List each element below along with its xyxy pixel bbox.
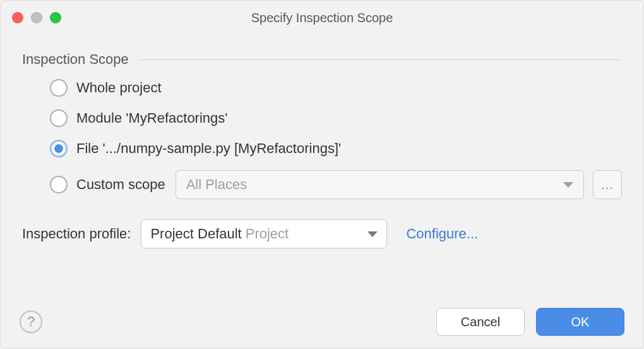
dialog-title: Specify Inspection Scope xyxy=(9,2,635,25)
traffic-lights xyxy=(12,12,61,23)
footer-buttons: Cancel OK xyxy=(436,308,624,336)
maximize-icon[interactable] xyxy=(50,12,61,23)
profile-value-main: Project Default xyxy=(150,226,241,242)
scope-group-header: Inspection Scope xyxy=(22,51,622,68)
inspection-profile-row: Inspection profile: Project Default Proj… xyxy=(22,219,622,248)
configure-link[interactable]: Configure... xyxy=(406,226,478,242)
custom-scope-ellipsis-button[interactable]: ... xyxy=(593,170,622,199)
inspection-profile-label: Inspection profile: xyxy=(22,226,131,242)
radio-custom-scope[interactable] xyxy=(50,176,68,193)
radio-row-whole-project[interactable]: Whole project xyxy=(22,79,622,97)
scope-group-title: Inspection Scope xyxy=(22,51,129,68)
radio-file[interactable] xyxy=(50,140,68,157)
minimize-icon[interactable] xyxy=(31,12,42,23)
chevron-down-icon xyxy=(367,231,378,237)
chevron-down-icon xyxy=(563,182,573,188)
radio-label-module: Module 'MyRefactorings' xyxy=(76,110,228,126)
custom-scope-value: All Places xyxy=(186,176,247,193)
dialog-footer: ? Cancel OK xyxy=(20,308,624,336)
titlebar: Specify Inspection Scope xyxy=(1,1,643,26)
radio-module[interactable] xyxy=(50,109,68,127)
radio-label-whole-project: Whole project xyxy=(76,80,162,96)
radio-row-file[interactable]: File '.../numpy-sample.py [MyRefactoring… xyxy=(22,140,622,157)
help-button[interactable]: ? xyxy=(20,310,42,333)
inspection-profile-dropdown[interactable]: Project Default Project xyxy=(141,219,387,248)
ok-button[interactable]: OK xyxy=(536,308,624,336)
profile-value-sub: Project xyxy=(246,226,289,242)
close-icon[interactable] xyxy=(12,12,23,23)
radio-label-custom: Custom scope xyxy=(76,176,165,193)
custom-scope-dropdown[interactable]: All Places xyxy=(176,170,584,199)
dialog-window: Specify Inspection Scope Inspection Scop… xyxy=(0,0,644,349)
dialog-content: Inspection Scope Whole project Module 'M… xyxy=(1,26,643,248)
radio-label-file: File '.../numpy-sample.py [MyRefactoring… xyxy=(76,140,341,157)
cancel-button[interactable]: Cancel xyxy=(436,308,525,336)
radio-row-module[interactable]: Module 'MyRefactorings' xyxy=(22,109,622,127)
radio-row-custom: Custom scope All Places ... xyxy=(22,170,622,199)
divider xyxy=(138,59,622,60)
radio-whole-project[interactable] xyxy=(50,79,68,97)
